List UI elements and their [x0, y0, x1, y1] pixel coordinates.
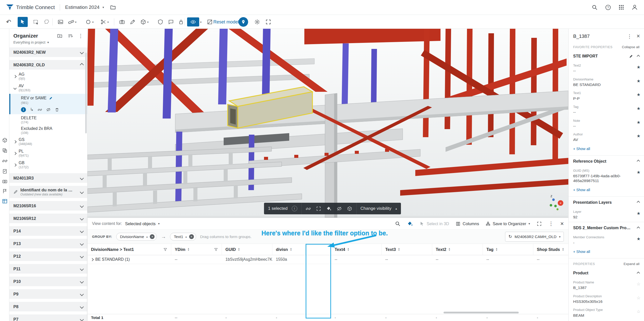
tree-node-pl[interactable]: PL(0|471): [9, 148, 87, 159]
chevron-down-icon[interactable]: ▾: [107, 21, 109, 23]
favorite-star-icon[interactable]: ★: [637, 92, 640, 97]
tree-node-excluded[interactable]: Excluded 2x BRA(108): [9, 125, 87, 136]
organizer-group-p14[interactable]: P14: [9, 226, 87, 236]
tree-node-rev-or-same-selected[interactable]: REV or SAME (981) i ↳: [9, 94, 87, 114]
area-select-tool-icon[interactable]: [31, 17, 41, 27]
undo-button[interactable]: ↶: [4, 17, 14, 27]
organizer-group-m24013r3[interactable]: M24013R3: [9, 173, 87, 183]
column-header-text3[interactable]: Text3▲▼: [382, 244, 432, 255]
organizer-group-p11[interactable]: P11: [9, 264, 87, 274]
column-header-tag[interactable]: Tag▲▼: [483, 244, 533, 255]
favorite-star-icon[interactable]: ★: [637, 65, 640, 70]
sort-icon[interactable]: ▲▼: [495, 248, 497, 251]
organizer-group-m24063r2-old[interactable]: M24063R2_OLD: [9, 60, 87, 70]
edit-pencil-icon[interactable]: [49, 96, 53, 100]
apps-grid-icon[interactable]: [618, 4, 624, 10]
organizer-group-p7[interactable]: P7: [9, 314, 87, 321]
project-selector[interactable]: Estimation 2024 ▾: [65, 5, 104, 10]
branch-arrow-icon[interactable]: ↳: [30, 107, 34, 112]
favorite-star-outline-icon[interactable]: ☆: [637, 295, 640, 301]
favorite-star-icon[interactable]: ★: [637, 236, 640, 242]
show-all-link[interactable]: + Show all: [569, 185, 644, 196]
change-visibility-button[interactable]: Change visibility ▴: [357, 203, 401, 214]
sort-icon[interactable]: ▲▼: [562, 248, 564, 251]
hide-eye-icon[interactable]: [46, 107, 51, 112]
organizer-scope-selector[interactable]: Everything in project ▾: [9, 39, 87, 47]
favorite-star-outline-icon[interactable]: ☆: [637, 281, 640, 287]
camera-tool-icon[interactable]: [117, 17, 127, 27]
table-row[interactable]: BE STANDARD (1) -- 1bSvzt59jAsg2mHbeec7K…: [87, 255, 568, 264]
chevron-right-icon[interactable]: [13, 152, 17, 155]
account-avatar-icon[interactable]: [631, 4, 638, 11]
favorite-star-outline-icon[interactable]: ☆: [637, 309, 640, 314]
chevron-down-icon[interactable]: [13, 86, 17, 90]
organizer-group-p13[interactable]: P13: [9, 239, 87, 248]
view-mode-selector[interactable]: Selected objects ▾: [125, 221, 160, 226]
help-icon[interactable]: ?: [605, 4, 611, 11]
folder-icon[interactable]: [110, 4, 116, 10]
organizer-group-p9[interactable]: P9: [9, 289, 87, 299]
organizer-group-m24063r2-new[interactable]: M24063R2_NEW: [9, 47, 87, 57]
flag-icon[interactable]: [2, 188, 8, 194]
chevron-right-icon[interactable]: [13, 75, 17, 78]
select-in-3d-button[interactable]: Select in 3D: [420, 221, 449, 226]
markup-tool-icon[interactable]: [128, 17, 138, 27]
3d-model-scene[interactable]: z ×: [87, 29, 568, 218]
todo-clipboard-icon[interactable]: [2, 168, 8, 174]
info-icon[interactable]: i: [292, 206, 297, 211]
settings-gear-icon[interactable]: [252, 17, 262, 27]
favorite-star-icon[interactable]: ★: [637, 106, 640, 111]
comment-tool-icon[interactable]: [166, 17, 176, 27]
isolate-cube-icon[interactable]: [347, 206, 352, 211]
expand-panel-icon[interactable]: [537, 221, 542, 226]
shapes-tool-icon[interactable]: [83, 17, 93, 27]
favorite-star-icon[interactable]: ★: [637, 211, 640, 216]
sort-icon[interactable]: ▲▼: [238, 248, 240, 251]
expand-all-link[interactable]: Expand all: [624, 262, 639, 266]
measure-tool-icon[interactable]: [66, 17, 76, 27]
model-selector-dropdown[interactable]: ↻ M24063R2 CAMH_OLD ▾: [505, 232, 564, 242]
kebab-menu-icon[interactable]: ⋮: [627, 33, 632, 39]
chevron-right-icon[interactable]: [13, 163, 17, 167]
tree-node-gb[interactable]: GB(127|2): [9, 159, 87, 171]
tree-node-delete[interactable]: DELETE(174): [9, 115, 87, 125]
visibility-button[interactable]: [187, 17, 199, 26]
favorite-star-icon[interactable]: ★: [637, 120, 640, 125]
hide-eye-icon[interactable]: [337, 206, 342, 211]
search-icon[interactable]: [395, 221, 401, 227]
table-panel-icon[interactable]: [2, 198, 8, 204]
organizer-group-m21065r12[interactable]: M21065R12: [9, 214, 87, 223]
tree-node-gs[interactable]: GS(348|348): [9, 136, 87, 148]
model-cube-tool-icon[interactable]: [138, 17, 148, 27]
column-header-guid[interactable]: GUID▲▼: [222, 244, 272, 255]
select-tool-button[interactable]: [18, 17, 28, 27]
clip-tool-icon[interactable]: [98, 17, 108, 27]
filter-funnel-icon[interactable]: [163, 247, 167, 252]
edit-pencil-icon[interactable]: [629, 54, 633, 59]
remove-chip-icon[interactable]: ×: [189, 234, 194, 239]
sort-icon[interactable]: [68, 33, 73, 39]
column-header-ydim[interactable]: YDim ▲▼: [171, 244, 222, 255]
column-header-divisn[interactable]: divisn▲▼: [272, 244, 306, 255]
fit-view-icon[interactable]: [316, 206, 321, 211]
sort-icon[interactable]: ▲▼: [398, 248, 400, 251]
fullscreen-icon[interactable]: [263, 17, 273, 27]
favorite-star-icon[interactable]: ★: [637, 133, 640, 139]
sort-icon[interactable]: ▲▼: [187, 248, 189, 251]
columns-button[interactable]: Columns: [456, 221, 479, 226]
kebab-menu-icon[interactable]: ⋮: [548, 221, 554, 227]
tree-node-av[interactable]: AV(0|1263): [9, 82, 87, 94]
group-chip-text1[interactable]: Text1 ▴ ×: [170, 233, 196, 241]
organizer-group-p12[interactable]: P12: [9, 251, 87, 261]
shield-tool-icon[interactable]: [155, 17, 165, 27]
section-header-reference-object[interactable]: Reference Object: [569, 156, 644, 167]
layers-icon[interactable]: [2, 147, 8, 154]
show-all-link[interactable]: + Show all: [569, 247, 644, 258]
organizer-group-identifiant[interactable]: Identifiant du nom de la coupe Outdated …: [9, 186, 87, 198]
show-all-link[interactable]: + Show all: [569, 144, 644, 155]
kebab-menu-icon[interactable]: ⋮: [78, 33, 83, 39]
link-icon[interactable]: [306, 206, 311, 211]
favorite-star-icon[interactable]: ★: [637, 78, 640, 84]
sort-icon[interactable]: ▲▼: [290, 248, 292, 251]
organizer-scrollbar[interactable]: [85, 53, 87, 133]
